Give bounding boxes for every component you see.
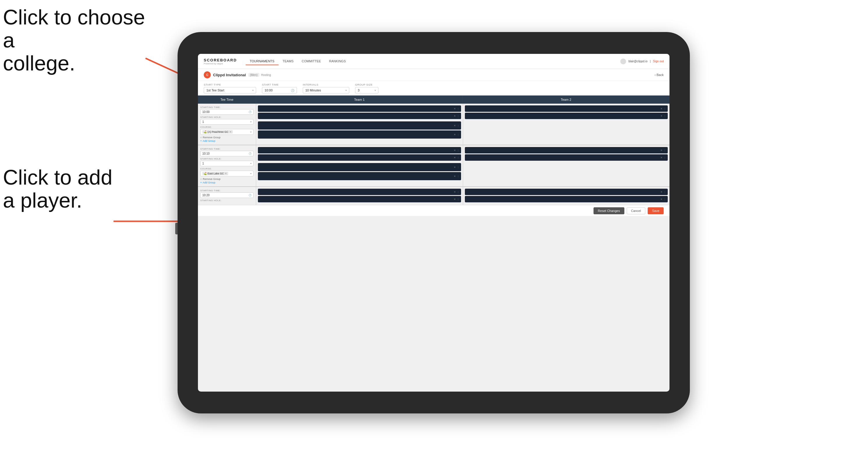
tee-actions-1: ○ Remove Group + Add Group xyxy=(200,136,253,143)
add-group-btn-1[interactable]: + Add Group xyxy=(200,139,253,143)
slot-x-icon[interactable]: ✕ xyxy=(454,156,456,159)
remove-group-btn-1[interactable]: ○ Remove Group xyxy=(200,136,253,139)
slot-x-icon[interactable]: ✕ xyxy=(454,175,456,178)
player-slot-course[interactable]: ✕ ⋮ xyxy=(258,121,461,130)
nav-committee[interactable]: COMMITTEE xyxy=(298,58,325,65)
player-slot[interactable]: ✕ ⋮ xyxy=(465,154,668,161)
table-row: STARTING TIME: 10:00 🕐 STARTING HOLE: 1 … xyxy=(198,104,670,145)
slot-x-icon[interactable]: ✕ xyxy=(454,191,456,193)
player-slot[interactable]: ✕ ⋮ xyxy=(465,189,668,195)
slot-x-icon[interactable]: ✕ xyxy=(454,115,456,117)
slot-dots-icon[interactable]: ⋮ xyxy=(457,124,459,127)
course-value-1[interactable]: ⛳ (A) Peachtree GC ✕ ▾ xyxy=(200,129,253,135)
slot-x-icon[interactable]: ✕ xyxy=(660,107,662,110)
clock-icon-2: 🕐 xyxy=(249,152,251,155)
player-slot[interactable]: ✕ ⋮ xyxy=(465,147,668,153)
slot-actions: ✕ ⋮ xyxy=(454,133,459,136)
slot-x-icon[interactable]: ✕ xyxy=(660,149,662,152)
slot-dots-icon[interactable]: ⋮ xyxy=(457,149,459,152)
slot-x-icon[interactable]: ✕ xyxy=(454,149,456,152)
slot-dots-icon[interactable]: ⋮ xyxy=(664,198,666,200)
player-slot[interactable]: ✕ ⋮ xyxy=(258,154,461,161)
intervals-select[interactable]: 10 Minutes ▾ xyxy=(303,87,349,93)
slot-dots-icon[interactable]: ⋮ xyxy=(664,191,666,193)
slot-x-icon[interactable]: ✕ xyxy=(454,198,456,200)
slot-x-icon[interactable]: ✕ xyxy=(660,156,662,159)
tournament-gender: (Men) xyxy=(248,73,259,77)
slot-x-icon[interactable]: ✕ xyxy=(454,124,456,127)
player-slot[interactable]: ✕ ⋮ xyxy=(258,105,461,112)
player-slot[interactable]: ✕ ⋮ xyxy=(465,196,668,203)
add-group-btn-2[interactable]: + Add Group xyxy=(200,181,253,184)
player-slot[interactable]: ✕ ⋮ xyxy=(258,113,461,119)
player-slot[interactable]: ✕ ⋮ xyxy=(258,196,461,203)
remove-course-icon-1[interactable]: ✕ xyxy=(229,130,232,133)
player-slot-course-2[interactable]: ✕ ⋮ xyxy=(258,172,461,180)
slot-dots-icon[interactable]: ⋮ xyxy=(664,156,666,159)
slot-dots-icon[interactable]: ⋮ xyxy=(457,198,459,200)
slot-actions: ✕ ⋮ xyxy=(454,149,459,152)
remove-course-icon-2[interactable]: ✕ xyxy=(225,172,227,175)
slot-x-icon[interactable]: ✕ xyxy=(660,115,662,117)
nav-teams[interactable]: TEAMS xyxy=(279,58,298,65)
slot-x-icon[interactable]: ✕ xyxy=(454,107,456,110)
tournament-title: Clippd Invitational xyxy=(213,73,246,77)
chevron-hole-2: ▾ xyxy=(250,162,251,165)
slot-dots-icon[interactable]: ⋮ xyxy=(457,166,459,168)
logo-title: SCOREBOARD xyxy=(204,58,237,62)
slot-x-icon[interactable]: ✕ xyxy=(454,166,456,168)
slot-dots-icon[interactable]: ⋮ xyxy=(457,133,459,136)
starting-time-value-3[interactable]: 10:20 🕐 xyxy=(200,192,253,198)
reset-button[interactable]: Reset Changes xyxy=(593,207,624,214)
slot-dots-icon[interactable]: ⋮ xyxy=(664,115,666,117)
starting-time-value-1[interactable]: 10:00 🕐 xyxy=(200,109,253,115)
player-slot[interactable]: ✕ ⋮ xyxy=(258,189,461,195)
slot-dots-icon[interactable]: ⋮ xyxy=(457,175,459,178)
nav-rankings[interactable]: RANKINGS xyxy=(325,58,350,65)
slot-dots-icon[interactable]: ⋮ xyxy=(664,149,666,152)
player-slot-course[interactable]: ✕ ⋮ xyxy=(258,163,461,171)
slot-x-icon[interactable]: ✕ xyxy=(454,133,456,136)
slot-actions: ✕ ⋮ xyxy=(660,115,666,117)
starting-time-label-3: STARTING TIME: xyxy=(200,189,253,192)
course-value-2[interactable]: ⛳ East Lake GC ✕ ▾ xyxy=(200,170,253,177)
slot-x-icon[interactable]: ✕ xyxy=(660,191,662,193)
starting-time-value-2[interactable]: 10:10 🕐 xyxy=(200,151,253,156)
player-slot[interactable]: ✕ ⋮ xyxy=(465,113,668,119)
nav-tournaments[interactable]: TOURNAMENTS xyxy=(246,58,279,65)
cancel-button[interactable]: Cancel xyxy=(627,207,645,214)
slot-actions: ✕ ⋮ xyxy=(454,115,459,117)
logo-sub: Powered by clippd xyxy=(204,62,237,65)
start-time-input[interactable]: 10:00 🕐 xyxy=(262,87,297,93)
back-button[interactable]: ‹ Back xyxy=(655,73,664,76)
player-slot[interactable]: ✕ ⋮ xyxy=(465,105,668,112)
clock-icon: 🕐 xyxy=(291,89,294,92)
table-row: STARTING TIME: 10:10 🕐 STARTING HOLE: 1 … xyxy=(198,145,670,187)
annotation-top: Click to choose a college. xyxy=(3,6,154,75)
tee-info-2: STARTING TIME: 10:10 🕐 STARTING HOLE: 1 … xyxy=(198,145,256,186)
starting-hole-value-1[interactable]: 1 ▾ xyxy=(200,119,253,125)
slot-actions: ✕ ⋮ xyxy=(660,107,666,110)
start-type-select[interactable]: 1st Tee Start ▾ xyxy=(204,87,256,93)
course-label-2: COURSE: xyxy=(200,167,253,170)
save-button[interactable]: Save xyxy=(648,207,664,214)
slot-dots-icon[interactable]: ⋮ xyxy=(457,115,459,117)
starting-hole-value-2[interactable]: 1 ▾ xyxy=(200,161,253,166)
slot-dots-icon[interactable]: ⋮ xyxy=(664,107,666,110)
remove-group-btn-2[interactable]: ○ Remove Group xyxy=(200,178,253,181)
slot-actions: ✕ ⋮ xyxy=(660,191,666,193)
intervals-group: Intervals 10 Minutes ▾ xyxy=(303,83,349,93)
slot-x-icon[interactable]: ✕ xyxy=(660,198,662,200)
slot-dots-icon[interactable]: ⋮ xyxy=(457,107,459,110)
table-row: STARTING TIME: 10:20 🕐 STARTING HOLE: ✕ … xyxy=(198,187,670,205)
player-slot[interactable]: ✕ ⋮ xyxy=(258,147,461,153)
minus-icon-1: ○ xyxy=(200,136,202,139)
user-avatar xyxy=(620,59,626,64)
slot-dots-icon[interactable]: ⋮ xyxy=(457,191,459,193)
tablet-frame: SCOREBOARD Powered by clippd TOURNAMENTS… xyxy=(178,32,690,413)
player-slot-course-2[interactable]: ✕ ⋮ xyxy=(258,130,461,138)
sign-out-link[interactable]: Sign out xyxy=(653,60,664,63)
slot-dots-icon[interactable]: ⋮ xyxy=(457,156,459,159)
group-size-select[interactable]: 3 ▾ xyxy=(355,87,378,93)
slot-actions: ✕ ⋮ xyxy=(454,191,459,193)
